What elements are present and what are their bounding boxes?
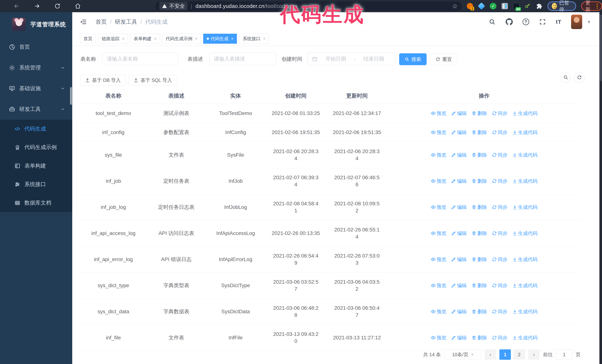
tag-close-icon[interactable]: × bbox=[195, 36, 197, 41]
sync-link[interactable]: 同步 bbox=[492, 177, 507, 185]
sidebar-item-home[interactable]: 首页 bbox=[0, 37, 72, 57]
delete-link[interactable]: 删除 bbox=[472, 177, 487, 185]
browser-back-button[interactable] bbox=[13, 2, 20, 10]
prev-page-button[interactable]: ‹ bbox=[484, 349, 496, 360]
browser-update-pill[interactable]: 更新 bbox=[581, 1, 602, 11]
tag-item[interactable]: 代码生成示例 × bbox=[162, 34, 201, 44]
generate-code-link[interactable]: 生成代码 bbox=[512, 129, 538, 136]
delete-link[interactable]: 删除 bbox=[472, 282, 487, 289]
delete-link[interactable]: 删除 bbox=[472, 204, 487, 211]
sync-link[interactable]: 同步 bbox=[492, 256, 507, 263]
fullscreen-icon[interactable] bbox=[539, 18, 546, 26]
tag-close-icon[interactable]: × bbox=[154, 36, 157, 41]
extension-icon-columns[interactable] bbox=[502, 2, 508, 10]
next-page-button[interactable]: › bbox=[528, 349, 540, 360]
table-row[interactable]: tool_test_demo 测试示例表 ToolTestDemo 2021-0… bbox=[80, 104, 581, 123]
delete-link[interactable]: 删除 bbox=[472, 230, 487, 237]
breadcrumb-devtools[interactable]: 研发工具 bbox=[115, 18, 137, 26]
tag-close-icon[interactable]: × bbox=[231, 36, 234, 41]
import-sql-button[interactable]: 基于 SQL 导入 bbox=[129, 75, 177, 85]
generate-code-link[interactable]: 生成代码 bbox=[512, 110, 538, 117]
help-icon[interactable]: ? bbox=[523, 19, 529, 25]
delete-link[interactable]: 删除 bbox=[472, 256, 487, 263]
preview-link[interactable]: 预览 bbox=[431, 110, 446, 117]
user-avatar[interactable] bbox=[571, 15, 582, 29]
security-chip[interactable]: 不安全 bbox=[159, 2, 187, 10]
github-icon[interactable] bbox=[505, 18, 513, 26]
generate-code-link[interactable]: 生成代码 bbox=[512, 230, 538, 237]
reset-button[interactable]: 重置 bbox=[430, 53, 457, 65]
table-row[interactable]: inf_job_log 定时任务日志表 InfJobLog 2021-02-08… bbox=[80, 194, 581, 220]
edit-link[interactable]: 编辑 bbox=[451, 282, 467, 289]
tag-item[interactable]: 代码生成 × bbox=[203, 34, 237, 44]
tag-item[interactable]: 系统接口 × bbox=[239, 34, 269, 44]
generate-code-link[interactable]: 生成代码 bbox=[512, 282, 538, 289]
browser-forward-button[interactable] bbox=[33, 2, 41, 10]
generate-code-link[interactable]: 生成代码 bbox=[512, 204, 538, 211]
edit-link[interactable]: 编辑 bbox=[451, 177, 467, 185]
preview-link[interactable]: 预览 bbox=[431, 256, 446, 263]
refresh-table-button[interactable] bbox=[574, 72, 585, 83]
preview-link[interactable]: 预览 bbox=[431, 129, 446, 136]
generate-code-link[interactable]: 生成代码 bbox=[512, 334, 538, 341]
extension-icon-orange[interactable]: 1 bbox=[467, 2, 473, 10]
sync-link[interactable]: 同步 bbox=[492, 204, 507, 211]
sidebar-item-system-api[interactable]: 系统接口 bbox=[0, 175, 72, 194]
extension-icon-dark[interactable]: on bbox=[513, 2, 519, 10]
delete-link[interactable]: 删除 bbox=[472, 110, 487, 117]
preview-link[interactable]: 预览 bbox=[431, 334, 446, 341]
table-row[interactable]: inf_job 定时任务表 InfJob 2021-02-07 06:39:3 … bbox=[80, 168, 581, 194]
tag-item[interactable]: 链路追踪 × bbox=[98, 34, 128, 44]
delete-link[interactable]: 删除 bbox=[472, 151, 487, 158]
edit-link[interactable]: 编辑 bbox=[451, 334, 467, 341]
preview-link[interactable]: 预览 bbox=[431, 204, 446, 211]
app-logo-row[interactable]: 芋道管理系统 bbox=[0, 12, 72, 37]
table-row[interactable]: inf_api_access_log API 访问日志表 InfApiAcces… bbox=[80, 220, 581, 246]
sync-link[interactable]: 同步 bbox=[492, 151, 507, 158]
edit-link[interactable]: 编辑 bbox=[451, 151, 467, 158]
tag-close-icon[interactable]: × bbox=[263, 36, 265, 41]
sidebar-scrollbar[interactable] bbox=[70, 87, 72, 105]
sidebar-item-devtools[interactable]: 研发工具 bbox=[0, 99, 72, 120]
tag-item[interactable]: 表单构建 × bbox=[130, 34, 160, 44]
edit-link[interactable]: 编辑 bbox=[451, 256, 467, 263]
import-db-button[interactable]: 基于 DB 导入 bbox=[80, 75, 126, 85]
sidebar-item-codegen-example[interactable]: 代码生成示例 bbox=[0, 138, 72, 157]
generate-code-link[interactable]: 生成代码 bbox=[512, 256, 538, 263]
sync-link[interactable]: 同步 bbox=[492, 282, 507, 289]
preview-link[interactable]: 预览 bbox=[431, 308, 446, 315]
sync-link[interactable]: 同步 bbox=[492, 334, 507, 341]
table-desc-input[interactable] bbox=[214, 56, 271, 62]
extension-icon-key[interactable] bbox=[525, 2, 531, 10]
edit-link[interactable]: 编辑 bbox=[451, 308, 467, 315]
sync-link[interactable]: 同步 bbox=[492, 230, 507, 237]
sidebar-item-form-builder[interactable]: 表单构建 bbox=[0, 157, 72, 175]
table-row[interactable]: sys_file 文件表 SysFile 2021-02-06 20:28:3 … bbox=[80, 142, 581, 168]
page-size-select[interactable]: 10条/页 ▾ bbox=[444, 349, 481, 360]
generate-code-link[interactable]: 生成代码 bbox=[512, 177, 538, 185]
browser-reload-button[interactable] bbox=[54, 2, 61, 10]
generate-code-link[interactable]: 生成代码 bbox=[512, 308, 538, 315]
sidebar-toggle-icon[interactable] bbox=[80, 18, 87, 26]
extension-icon-green-check[interactable]: ✓ bbox=[490, 2, 496, 10]
avatar-caret-down-icon[interactable]: ▾ bbox=[588, 19, 590, 25]
browser-home-button[interactable] bbox=[74, 2, 82, 10]
bookmark-star-icon[interactable]: ☆ bbox=[452, 2, 458, 10]
delete-link[interactable]: 删除 bbox=[472, 308, 487, 315]
end-date-placeholder[interactable]: 结束日期 bbox=[357, 55, 391, 62]
preview-link[interactable]: 预览 bbox=[431, 282, 446, 289]
table-row[interactable]: inf_api_error_log API 错误日志 InfApiErrorLo… bbox=[80, 246, 581, 272]
goto-page-input[interactable] bbox=[556, 349, 572, 360]
sync-link[interactable]: 同步 bbox=[492, 129, 507, 136]
table-name-input[interactable] bbox=[107, 56, 173, 62]
generate-code-link[interactable]: 生成代码 bbox=[512, 151, 538, 158]
page-button-1[interactable]: 1 bbox=[499, 349, 511, 360]
edit-link[interactable]: 编辑 bbox=[451, 204, 467, 211]
text-size-icon[interactable]: tT bbox=[556, 19, 561, 25]
breadcrumb-home[interactable]: 首页 bbox=[96, 18, 107, 26]
sidebar-item-codegen[interactable]: 代码生成 bbox=[0, 120, 72, 138]
start-date-placeholder[interactable]: 开始日期 bbox=[319, 55, 353, 62]
sidebar-item-db-doc[interactable]: 数据库文档 bbox=[0, 194, 72, 212]
page-button-2[interactable]: 2 bbox=[514, 349, 525, 360]
sidebar-item-infra[interactable]: 基础设施 bbox=[0, 78, 72, 99]
